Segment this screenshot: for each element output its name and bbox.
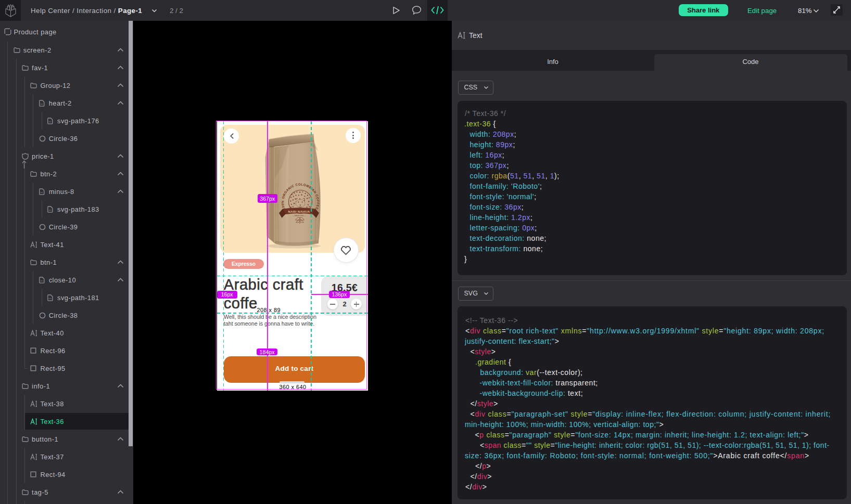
- svg-text:— SINCE 1930 —: — SINCE 1930 —: [292, 215, 306, 217]
- svg-text:NABI NAHUA: NABI NAHUA: [288, 210, 310, 213]
